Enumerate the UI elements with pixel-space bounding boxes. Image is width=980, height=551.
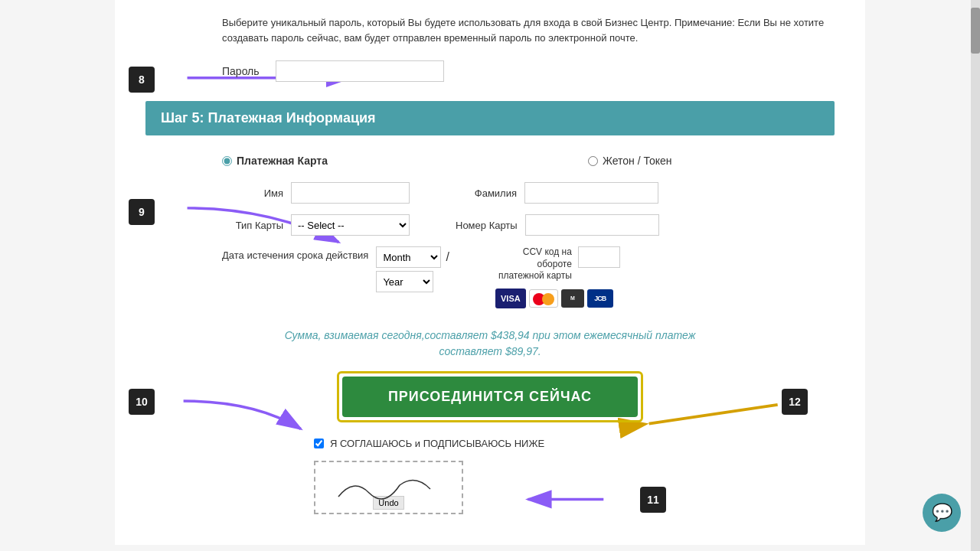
name-input[interactable] (291, 182, 410, 204)
agreement-text: Я СОГЛАШАЮСЬ и ПОДПИСЫВАЮСЬ НИЖЕ (330, 438, 544, 449)
jcb-icon: JCB (587, 289, 613, 308)
mastercard-icon (529, 289, 558, 308)
card-type-select[interactable]: -- Select -- (291, 214, 410, 236)
card-number-input[interactable] (525, 214, 659, 236)
agreement-section: Я СОГЛАШАЮСЬ и ПОДПИСЫВАЮСЬ НИЖЕ (145, 438, 835, 449)
token-option[interactable]: Жетон / Токен (588, 155, 672, 167)
token-radio[interactable] (588, 156, 598, 166)
year-row: Year (376, 271, 449, 292)
date-ccv-row: Дата истечения срока действия Month / Ye… (222, 246, 835, 308)
join-now-button[interactable]: ПРИСОЕДИНИТСЯ СЕЙЧАС (342, 377, 638, 417)
token-label: Жетон / Токен (603, 155, 672, 167)
card-type-field: Тип Карты -- Select -- (222, 214, 410, 236)
step5-header: Шаг 5: Платежная Информация (145, 101, 835, 135)
maestro-icon: M (561, 289, 584, 308)
form-section: Имя Фамилия Тип Карты -- Select -- Номер… (145, 182, 835, 308)
join-button-border: ПРИСОЕДИНИТСЯ СЕЙЧАС (337, 371, 643, 422)
card-icons: VISA M JCB (495, 289, 613, 308)
annotation-11: 11 (640, 487, 666, 513)
payment-options: Платежная Карта Жетон / Токен (145, 155, 835, 167)
name-label: Имя (222, 187, 283, 199)
ccv-section: CCV код на обороте платежной карты VISA … (495, 246, 620, 308)
password-input[interactable] (276, 60, 444, 82)
chat-button[interactable]: 💬 (923, 494, 961, 532)
card-number-label: Номер Карты (456, 220, 518, 231)
signature-box[interactable]: Undo (314, 461, 463, 514)
month-row: Month / (376, 246, 449, 268)
expiry-label: Дата истечения срока действия (222, 249, 368, 262)
date-selects: Month / Year (376, 246, 449, 292)
surname-label: Фамилия (456, 187, 517, 199)
scrollbar[interactable] (971, 0, 980, 551)
intro-text: Выберите уникальный пароль, который Вы б… (145, 15, 835, 45)
join-button-wrapper: ПРИСОЕДИНИТСЯ СЕЙЧАС (145, 371, 835, 422)
visa-icon: VISA (495, 289, 526, 308)
surname-field: Фамилия (456, 182, 658, 204)
signature-drawing (331, 474, 438, 504)
payment-card-label: Платежная Карта (237, 155, 328, 167)
ccv-group: CCV код на обороте платежной карты (495, 246, 620, 285)
agreement-checkbox[interactable] (314, 439, 324, 448)
signature-section: Undo (145, 461, 835, 514)
year-select[interactable]: Year (376, 271, 433, 292)
surname-input[interactable] (524, 182, 658, 204)
ccv-input[interactable] (578, 246, 620, 268)
card-row: Тип Карты -- Select -- Номер Карты (222, 214, 835, 236)
payment-card-radio[interactable] (222, 156, 232, 166)
card-type-label: Тип Карты (222, 220, 283, 231)
name-surname-row: Имя Фамилия (222, 182, 835, 204)
payment-card-option[interactable]: Платежная Карта (222, 155, 328, 167)
scrollbar-thumb[interactable] (971, 8, 980, 54)
expiry-field: Дата истечения срока действия Month / Ye… (222, 246, 449, 292)
month-select[interactable]: Month (376, 246, 441, 268)
amount-text: Сумма, взимаемая сегодня,составляет $438… (145, 328, 835, 360)
date-slash: / (446, 250, 449, 264)
chat-icon: 💬 (932, 503, 952, 523)
password-label: Пароль (222, 65, 268, 77)
password-section: Пароль (145, 60, 835, 82)
ccv-label: CCV код на обороте платежной карты (495, 246, 572, 282)
name-field: Имя (222, 182, 410, 204)
card-number-field: Номер Карты (456, 214, 659, 236)
